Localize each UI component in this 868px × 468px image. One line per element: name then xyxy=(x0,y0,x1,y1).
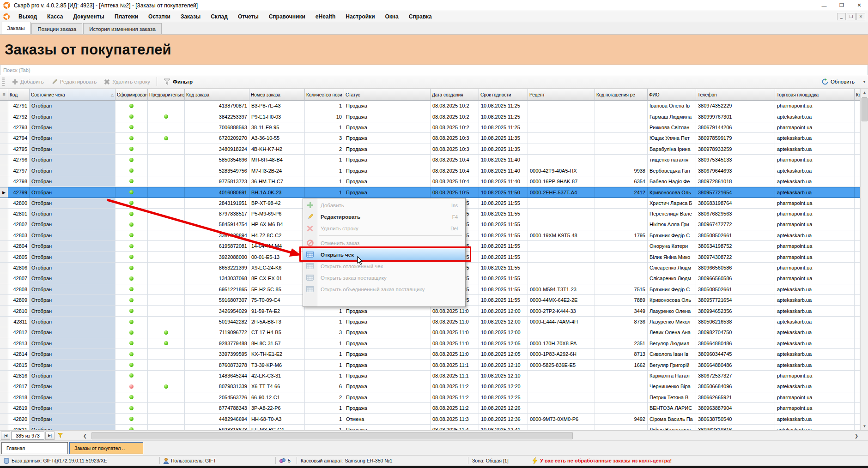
cell-expires[interactable]: 10.08.2025 11:25 xyxy=(479,122,528,133)
cell-phone[interactable]: 380634198752 xyxy=(696,241,775,252)
cell-formed[interactable] xyxy=(115,165,148,176)
column-header-formed[interactable]: Сформирован xyxy=(115,89,148,101)
cell-prelim[interactable] xyxy=(148,284,185,295)
cell-expires[interactable]: 10.08.2025 11:55 xyxy=(479,284,528,295)
cell-platform[interactable]: aptekaskarb.ua xyxy=(775,381,855,392)
column-header-state[interactable]: Состояние чека△ xyxy=(30,89,115,101)
cell-onum[interactable]: EE-MY-BC-C4 xyxy=(249,425,305,430)
cell-redeem[interactable]: 8736 xyxy=(595,317,648,327)
table-row[interactable]: 42798Отобран977581372336-HM-TH-C71Продаж… xyxy=(0,176,860,187)
cell-redeem[interactable] xyxy=(595,122,648,133)
row-indicator[interactable] xyxy=(0,111,8,122)
minimize-button[interactable]: ― xyxy=(815,0,833,11)
cell-kod[interactable]: 42804 xyxy=(8,241,30,252)
cell-redeem[interactable]: 2351 xyxy=(595,338,648,349)
cell-phone[interactable]: 380974308722 xyxy=(696,252,775,262)
cell-phone[interactable]: 380972861018 xyxy=(696,176,775,187)
cell-onum[interactable]: 42-EK-C3-31 xyxy=(249,371,305,381)
cell-fio[interactable]: Кривоносова Оль xyxy=(648,295,696,306)
cell-platform[interactable]: aptekaskarb.ua xyxy=(775,111,855,122)
cell-prelim[interactable] xyxy=(148,176,185,187)
cell-fio[interactable]: Рижкова Світлан xyxy=(648,122,696,133)
cell-state[interactable]: Отобран xyxy=(30,165,115,176)
cell-state[interactable]: Отобран xyxy=(30,317,115,327)
cell-expires[interactable]: 10.08.2025 11:55 xyxy=(479,219,528,230)
cell-prelim[interactable] xyxy=(148,371,185,381)
cell-created[interactable]: 08.08.2025 10:4 xyxy=(431,176,479,187)
cell-status[interactable]: Продажа xyxy=(344,349,431,360)
tab-история-изменения-заказа[interactable]: История изменения заказа xyxy=(83,23,162,34)
toolbar-overflow-caret-icon[interactable]: ▾ xyxy=(863,80,865,84)
cell-formed[interactable] xyxy=(115,219,148,230)
cell-platform[interactable]: aptekaskarb.ua xyxy=(775,360,855,370)
cell-kod[interactable]: 42793 xyxy=(8,122,30,133)
cell-created[interactable]: 08.08.2025 11:4 xyxy=(431,425,479,430)
cell-fio[interactable]: Вербовецька Ган xyxy=(648,165,696,176)
row-indicator[interactable] xyxy=(0,219,8,230)
cell-onum[interactable]: CT-17-H4-B5 xyxy=(249,327,305,338)
navigator-filter-icon[interactable] xyxy=(55,432,65,440)
cell-platform[interactable]: aptekaskarb.ua xyxy=(775,144,855,155)
menu-item-ehealth[interactable]: eHealth xyxy=(310,13,340,20)
table-row[interactable]: 42816Отобран148364524442-EK-C3-311Продаж… xyxy=(0,371,860,381)
cell-formed[interactable] xyxy=(115,133,148,144)
row-indicator[interactable] xyxy=(0,392,8,403)
cell-status[interactable]: Продажа xyxy=(344,122,431,133)
cell-state[interactable]: Отобран xyxy=(30,101,115,111)
cell-phone[interactable]: 380994652356 xyxy=(696,306,775,316)
cell-platform[interactable]: aptekaskarb.ua xyxy=(775,425,855,430)
cell-phone[interactable]: 380679644693 xyxy=(696,165,775,176)
cell-kod[interactable]: 42811 xyxy=(8,317,30,327)
cell-onum[interactable]: 66-90-12-C1 xyxy=(249,392,305,403)
cell-ko[interactable] xyxy=(855,381,860,392)
cell-redeem[interactable] xyxy=(595,381,648,392)
cell-expires[interactable]: 10.08.2025 11:55 xyxy=(479,295,528,306)
menu-item-справочники[interactable]: Справочники xyxy=(264,13,310,20)
row-indicator[interactable] xyxy=(0,252,8,262)
row-indicator[interactable] xyxy=(0,263,8,273)
cell-state[interactable]: Отобран xyxy=(30,122,115,133)
cell-ko[interactable] xyxy=(855,209,860,219)
cell-phone[interactable]: 380975345133 xyxy=(696,155,775,165)
cell-ocode[interactable]: 6951221865 xyxy=(185,284,249,295)
cell-fio[interactable]: Слісаренко Людм xyxy=(648,273,696,284)
table-row[interactable]: 42817Отобран8079831339X6-TT-T4-666Продаж… xyxy=(0,381,860,392)
cell-platform[interactable]: aptekaskarb.ua xyxy=(775,295,855,306)
cell-redeem[interactable] xyxy=(595,219,648,230)
scroll-left-icon[interactable]: ❮ xyxy=(81,432,89,440)
cell-ko[interactable] xyxy=(855,155,860,165)
cell-phone[interactable]: 380679144206 xyxy=(696,122,775,133)
cell-ocode[interactable]: 4138790871 xyxy=(185,101,249,111)
cell-kod[interactable]: 42796 xyxy=(8,155,30,165)
add-button[interactable]: Добавить xyxy=(8,76,48,87)
cell-formed[interactable] xyxy=(115,187,148,198)
cell-fio[interactable]: Вегуляр Людмил xyxy=(648,338,696,349)
cell-status[interactable]: Продажа xyxy=(344,381,431,392)
cell-redeem[interactable] xyxy=(595,327,648,338)
cell-redeem[interactable]: 6354 xyxy=(595,176,648,187)
cell-ko[interactable] xyxy=(855,295,860,306)
cell-formed[interactable] xyxy=(115,230,148,241)
cell-redeem[interactable]: 1662 xyxy=(595,360,648,370)
cell-created[interactable]: 08.08.2025 10:3 xyxy=(431,133,479,144)
cell-onum[interactable]: 4B-KH-K7-H2 xyxy=(249,144,305,155)
cell-kod[interactable]: 42821 xyxy=(8,425,30,430)
cell-platform[interactable]: pharmapoint.ua xyxy=(775,392,855,403)
cell-recipe[interactable] xyxy=(528,219,595,230)
cell-prelim[interactable] xyxy=(148,198,185,209)
cell-qty[interactable]: 1 xyxy=(305,122,344,133)
search-input[interactable] xyxy=(0,65,868,75)
cell-expires[interactable]: 10.08.2025 11:55 xyxy=(479,230,528,241)
cell-redeem[interactable] xyxy=(595,371,648,381)
cell-recipe[interactable]: 0000-5825-836E-E5 xyxy=(528,360,595,370)
cell-qty[interactable]: 1 xyxy=(305,187,344,198)
cell-onum[interactable]: P5-M9-69-P6 xyxy=(249,209,305,219)
cell-recipe[interactable] xyxy=(528,198,595,209)
cell-recipe[interactable] xyxy=(528,273,595,284)
menu-item-касса[interactable]: Касса xyxy=(42,13,68,20)
cell-status[interactable]: Продажа xyxy=(344,155,431,165)
cell-formed[interactable] xyxy=(115,425,148,430)
cell-recipe[interactable] xyxy=(528,111,595,122)
window-tab-заказы-от-покупател-..[interactable]: Заказы от покупател .. xyxy=(69,442,143,454)
column-header-ocode[interactable]: Код заказа xyxy=(185,89,249,101)
